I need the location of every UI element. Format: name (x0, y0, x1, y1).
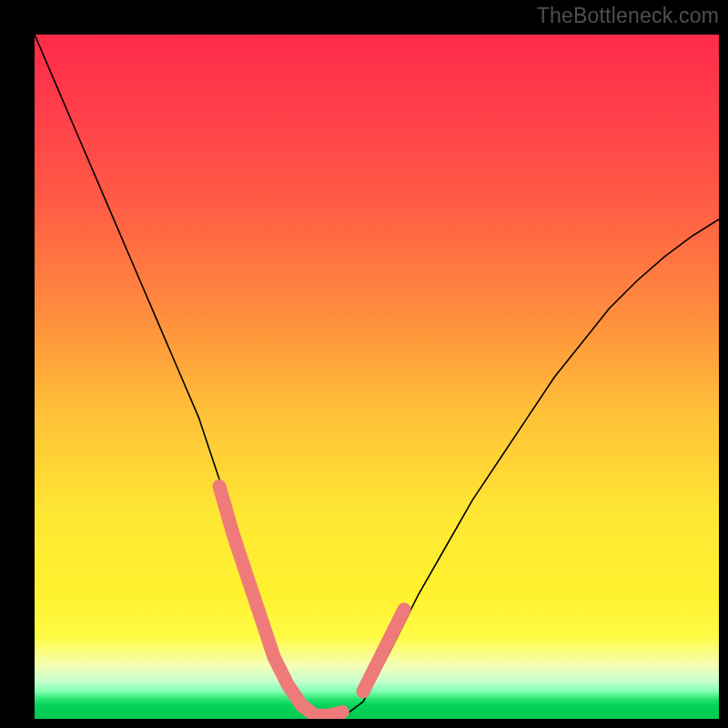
highlight-trough (301, 705, 342, 715)
curve-svg (35, 35, 719, 719)
bottleneck-curve (35, 35, 719, 715)
watermark-text: TheBottleneck.com (537, 4, 719, 28)
chart-container: TheBottleneck.com (0, 0, 728, 728)
highlight-left-slope (219, 486, 301, 705)
plot-area (35, 35, 719, 719)
highlight-right-slope (363, 610, 404, 692)
